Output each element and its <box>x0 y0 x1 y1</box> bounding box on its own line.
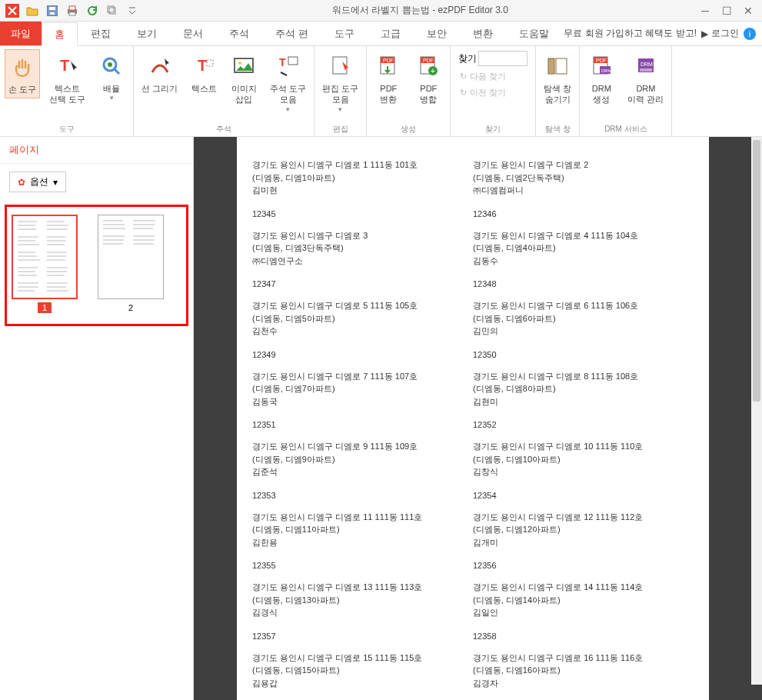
text-button[interactable]: T텍스트 <box>187 49 221 97</box>
svg-rect-7 <box>109 8 115 14</box>
find-prev-button[interactable]: ↻ 이전 찾기 <box>458 85 527 100</box>
drm-gen-icon: PDFDRM <box>587 52 615 80</box>
tab-보기[interactable]: 보기 <box>124 22 170 45</box>
tab-편집[interactable]: 편집 <box>78 22 124 45</box>
svg-text:PDF: PDF <box>596 58 607 63</box>
group-label: 도구 <box>5 122 128 135</box>
tab-변환[interactable]: 변환 <box>460 22 506 45</box>
ribbon-label: 손 도구 <box>8 84 36 95</box>
window-title: 워드에서 라벨지 뽑는법 - ezPDF Editor 3.0 <box>141 4 699 17</box>
options-button[interactable]: ✿ 옵션 ▾ <box>9 172 66 192</box>
pdf-merge-button[interactable]: PDF+PDF 병합 <box>411 49 445 108</box>
refresh-icon[interactable] <box>83 2 101 19</box>
login-label: 로그인 <box>711 27 739 40</box>
edit-tools-button[interactable]: 편집 도구 모음▾ <box>319 49 361 116</box>
text-select-button[interactable]: T텍스트 선택 도구 <box>46 49 88 108</box>
label-cell: 경기도 용인시 디엠구 디엠로 6 111동 106호(디엠동, 디엠6아파트)… <box>473 299 694 370</box>
address-line1: 경기도 용인시 디엠구 디엠로 8 111동 108호 <box>473 370 694 383</box>
maximize-icon[interactable]: ☐ <box>720 5 733 17</box>
thumbnail-preview <box>98 215 164 299</box>
annot-tools-button[interactable]: T주석 도구 모음▾ <box>267 49 309 116</box>
thumbnail-tray: 12 <box>5 205 188 326</box>
info-icon[interactable]: i <box>744 28 756 40</box>
drm-hist-button[interactable]: DRMDRM 이력 관리 <box>624 49 667 108</box>
undo-icon[interactable] <box>103 2 121 19</box>
print-icon[interactable] <box>63 2 82 19</box>
tab-도구[interactable]: 도구 <box>321 22 368 45</box>
thumbnail-1[interactable]: 1 <box>12 215 78 313</box>
find-input[interactable] <box>478 51 527 66</box>
tab-도움말[interactable]: 도움말 <box>506 22 562 45</box>
recipient-name: 김현미 <box>473 395 694 408</box>
nav-hide-icon <box>544 52 571 80</box>
label-cell: 경기도 용인시 디엠구 디엠로 3(디엠동, 디엠3단독주택)㈜디엠연구소123… <box>252 229 473 300</box>
save-icon[interactable] <box>43 2 62 19</box>
qa-dropdown-icon[interactable] <box>123 2 141 19</box>
thumbnail-preview <box>12 215 78 299</box>
thumbnail-2[interactable]: 2 <box>98 215 164 313</box>
postal-code: 12346 <box>473 209 694 218</box>
insert-image-button[interactable]: 이미지 삽입 <box>227 49 261 108</box>
window-controls: ─ ☐ ✕ <box>699 5 762 17</box>
app-icon[interactable] <box>3 2 22 19</box>
label-cell: 경기도 용인시 디엠구 디엠로 13 111동 113호(디엠동, 디엠13아파… <box>252 581 473 652</box>
draw-line-button[interactable]: 선 그리기 <box>138 49 181 97</box>
svg-rect-14 <box>207 60 213 66</box>
tab-보안[interactable]: 보안 <box>414 22 460 45</box>
address-line2: (디엠동, 디엠10아파트) <box>473 453 694 466</box>
address-line2: (디엠동, 디엠13아파트) <box>252 594 473 607</box>
hand-button[interactable]: 손 도구 <box>5 49 40 98</box>
tab-주석 편[interactable]: 주석 편 <box>262 22 321 45</box>
recipient-name: 김천수 <box>252 325 473 338</box>
edit-tools-icon <box>327 52 354 80</box>
postal-code: 12355 <box>252 561 473 570</box>
vertical-scrollbar[interactable] <box>751 137 762 685</box>
group-label: 찾기 <box>455 122 531 135</box>
promo-text: 무료 회원 가입하고 혜택도 받고! <box>564 27 697 40</box>
tab-주석[interactable]: 주석 <box>216 22 262 45</box>
address-line1: 경기도 용인시 디엠구 디엠로 3 <box>252 229 473 242</box>
ribbon-label: 이미지 삽입 <box>231 83 257 105</box>
svg-point-12 <box>108 62 112 67</box>
svg-text:PDF: PDF <box>423 58 434 63</box>
svg-rect-6 <box>69 12 75 15</box>
postal-code: 12348 <box>473 279 694 288</box>
recipient-name: 김미현 <box>252 184 473 197</box>
tab-홈[interactable]: 홈 <box>42 22 78 46</box>
minimize-icon[interactable]: ─ <box>699 5 711 17</box>
find-next-button[interactable]: ↻ 다음 찾기 <box>458 69 527 84</box>
close-icon[interactable]: ✕ <box>742 5 754 17</box>
nav-hide-button[interactable]: 탐색 창 숨기기 <box>541 49 574 108</box>
zoom-button[interactable]: 배율▾ <box>95 49 128 105</box>
menubar: 파일 홈편집보기문서주석주석 편도구고급보안변환도움말 무료 회원 가입하고 혜… <box>0 22 762 46</box>
address-line1: 경기도 용인시 디엠구 디엠로 10 111동 110호 <box>473 440 694 453</box>
tab-고급[interactable]: 고급 <box>368 22 414 45</box>
scroll-thumb[interactable] <box>753 140 760 402</box>
arrow-icon: ↻ <box>460 72 467 82</box>
postal-code: 12349 <box>252 350 473 359</box>
quick-access-toolbar <box>0 2 141 19</box>
document-area[interactable]: 경기도 용인시 디엠구 디엠로 1 111동 101호(디엠동, 디엠1아파트)… <box>194 137 762 700</box>
address-line1: 경기도 용인시 디엠구 디엠로 2 <box>473 158 694 172</box>
address-line1: 경기도 용인시 디엠구 디엠로 5 111동 105호 <box>252 299 473 312</box>
svg-rect-29 <box>556 58 567 74</box>
open-icon[interactable] <box>23 2 42 19</box>
label-cell: 경기도 용인시 디엠구 디엠로 9 111동 109호(디엠동, 디엠9아파트)… <box>252 440 473 511</box>
ribbon-group-주석: 선 그리기T텍스트이미지 삽입T주석 도구 모음▾주석 <box>134 46 314 136</box>
drm-hist-icon: DRM <box>632 52 660 80</box>
address-line2: (디엠동, 디엠14아파트) <box>473 594 694 607</box>
postal-code: 12347 <box>252 279 473 288</box>
ribbon-label: DRM 이력 관리 <box>627 83 664 105</box>
ribbon-group-생성: PDFPDF 변환PDF+PDF 병합생성 <box>367 46 451 136</box>
pdf-convert-button[interactable]: PDFPDF 변환 <box>371 49 405 108</box>
svg-rect-28 <box>548 58 554 74</box>
drm-gen-button[interactable]: PDFDRMDRM 생성 <box>584 49 618 108</box>
group-label: 생성 <box>371 122 445 135</box>
postal-code: 12357 <box>252 632 473 641</box>
ribbon-label: 배율 <box>103 83 120 94</box>
label-cell: 경기도 용인시 디엠구 디엠로 8 111동 108호(디엠동, 디엠8아파트)… <box>473 370 694 441</box>
file-tab[interactable]: 파일 <box>0 22 42 45</box>
tab-문서[interactable]: 문서 <box>170 22 216 45</box>
login-button[interactable]: ▶ 로그인 <box>701 27 739 40</box>
find-label: 찾기 <box>458 52 477 65</box>
